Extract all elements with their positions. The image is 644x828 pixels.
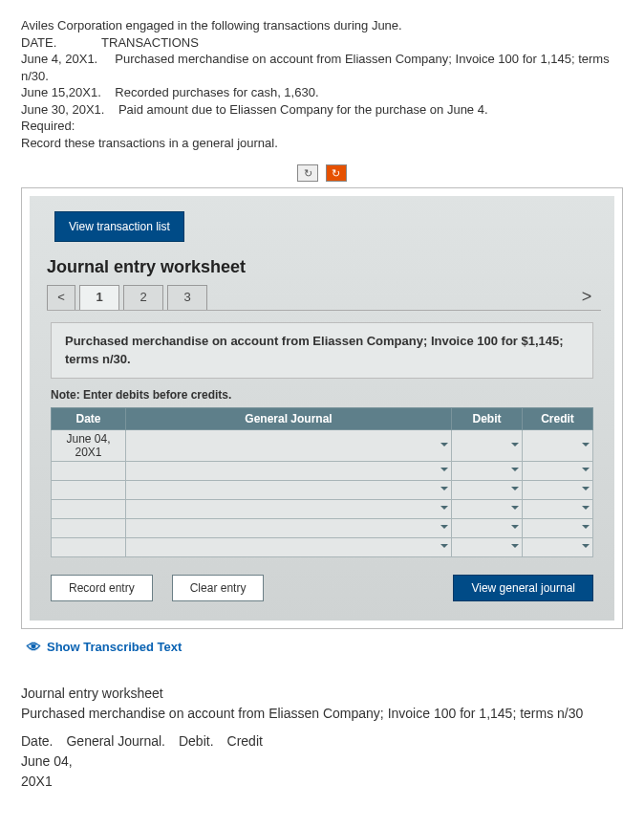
table-row xyxy=(52,499,593,518)
view-general-journal-button[interactable]: View general journal xyxy=(453,575,593,601)
tab-1[interactable]: 1 xyxy=(79,285,119,310)
prob-t2: June 15,20X1. Recorded purchases for cas… xyxy=(21,84,623,101)
cell-debit[interactable] xyxy=(452,499,523,518)
t2-text: Recorded purchases for cash, 1,630. xyxy=(115,85,318,99)
cell-debit[interactable] xyxy=(452,429,523,461)
cell-date[interactable] xyxy=(52,461,126,480)
cell-account[interactable] xyxy=(126,499,452,518)
worksheet-title: Journal entry worksheet xyxy=(47,257,601,277)
cell-credit[interactable] xyxy=(523,518,593,537)
th-credit: Credit xyxy=(523,407,593,429)
cell-account[interactable] xyxy=(126,429,452,461)
button-row: Record entry Clear entry View general jo… xyxy=(43,571,601,603)
cell-debit[interactable] xyxy=(452,461,523,480)
th-date: Date xyxy=(52,407,126,429)
view-transaction-list-button[interactable]: View transaction list xyxy=(54,211,184,242)
t2-date: June 15,20X1. xyxy=(21,85,101,99)
toolbar: ↻ ↻ xyxy=(21,164,623,182)
tab-3[interactable]: 3 xyxy=(167,285,207,310)
show-transcribed-toggle[interactable]: 👁 Show Transcribed Text xyxy=(27,639,623,655)
cell-credit[interactable] xyxy=(523,429,593,461)
refresh-icon[interactable]: ↻ xyxy=(297,164,318,182)
prob-t1c: n/30. xyxy=(21,68,623,85)
prob-req: Required: xyxy=(21,118,623,135)
table-row xyxy=(52,461,593,480)
th-general-journal: General Journal xyxy=(126,407,452,429)
refresh-orange-icon[interactable]: ↻ xyxy=(326,164,347,182)
entry-description: Purchased merchandise on account from El… xyxy=(51,322,593,378)
trans-headers: Date. General Journal. Debit. Credit xyxy=(21,731,623,752)
cell-credit[interactable] xyxy=(523,461,593,480)
t1-date: June 4, 20X1. xyxy=(21,52,97,66)
eye-icon: 👁 xyxy=(27,639,41,655)
show-transcribed-label: Show Transcribed Text xyxy=(47,640,182,654)
prob-req2: Record these transactions in a general j… xyxy=(21,135,623,152)
cell-date[interactable] xyxy=(52,480,126,499)
cell-date[interactable] xyxy=(52,499,126,518)
transcribed-text: Journal entry worksheet Purchased mercha… xyxy=(21,684,623,792)
prob-headers: DATE. TRANSACTIONS xyxy=(21,34,623,52)
problem-statement: Aviles Corporation engaged in the follow… xyxy=(21,17,623,151)
table-row xyxy=(52,480,593,499)
trans-hdr: TRANSACTIONS xyxy=(101,35,199,50)
t3-text: Paid amount due to Eliassen Company for … xyxy=(118,102,488,117)
worksheet-title-text: Journal entry worksheet xyxy=(47,257,246,276)
t3-date: June 30, 20X1. xyxy=(21,102,104,117)
worksheet-panel: View transaction list Journal entry work… xyxy=(21,187,623,628)
date-hdr: DATE. xyxy=(21,35,56,50)
cell-credit[interactable] xyxy=(523,499,593,518)
cell-debit[interactable] xyxy=(452,518,523,537)
table-row: June 04, 20X1 xyxy=(52,429,593,461)
cell-date-line1: June 04, xyxy=(55,432,121,446)
tab-2[interactable]: 2 xyxy=(123,285,163,310)
cell-date[interactable]: June 04, 20X1 xyxy=(52,429,126,461)
cell-date[interactable] xyxy=(52,518,126,537)
debits-credits-note: Note: Enter debits before credits. xyxy=(51,388,593,402)
clear-entry-button[interactable]: Clear entry xyxy=(172,575,265,601)
cell-account[interactable] xyxy=(126,518,452,537)
tab-next-button[interactable]: > xyxy=(572,285,601,310)
prob-t1: June 4, 20X1. Purchased merchandise on a… xyxy=(21,51,623,68)
cell-debit[interactable] xyxy=(452,480,523,499)
cell-credit[interactable] xyxy=(523,480,593,499)
cell-account[interactable] xyxy=(126,480,452,499)
trans-line2: Purchased merchandise on account from El… xyxy=(21,704,623,724)
cell-account[interactable] xyxy=(126,461,452,480)
worksheet-area: View transaction list Journal entry work… xyxy=(30,196,614,620)
trans-date1: June 04, xyxy=(21,752,623,772)
cell-debit[interactable] xyxy=(452,537,523,556)
journal-table: Date General Journal Debit Credit June 0… xyxy=(51,407,593,557)
trans-line1: Journal entry worksheet xyxy=(21,684,623,704)
t1-text: Purchased merchandise on account from El… xyxy=(115,52,609,66)
th-debit: Debit xyxy=(452,407,523,429)
trans-date2: 20X1 xyxy=(21,772,623,792)
prob-line: Aviles Corporation engaged in the follow… xyxy=(21,17,623,34)
table-row xyxy=(52,518,593,537)
cell-credit[interactable] xyxy=(523,537,593,556)
prob-t3: June 30, 20X1. Paid amount due to Eliass… xyxy=(21,101,623,119)
tab-prev-button[interactable]: < xyxy=(47,285,75,310)
record-entry-button[interactable]: Record entry xyxy=(51,575,153,601)
table-row xyxy=(52,537,593,556)
cell-date[interactable] xyxy=(52,537,126,556)
tab-bar: < 1 2 3 > xyxy=(47,285,601,311)
cell-account[interactable] xyxy=(126,537,452,556)
cell-date-line2: 20X1 xyxy=(55,446,121,459)
